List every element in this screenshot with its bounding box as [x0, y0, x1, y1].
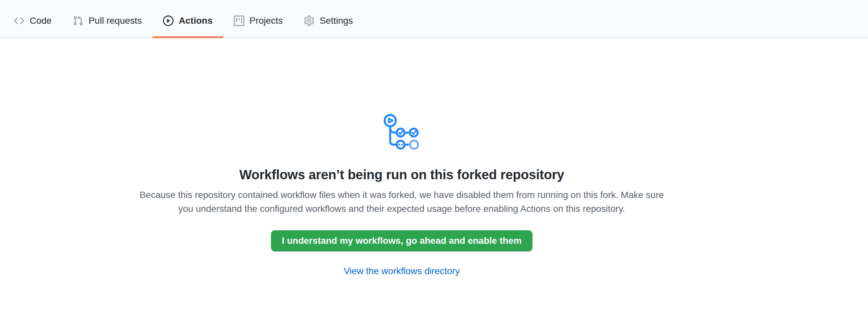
- tab-label: Pull requests: [89, 16, 142, 25]
- gear-icon: [304, 15, 314, 26]
- enable-workflows-button[interactable]: I understand my workflows, go ahead and …: [271, 230, 532, 251]
- page-title: Workflows aren’t being run on this forke…: [0, 167, 803, 182]
- tab-settings[interactable]: Settings: [293, 4, 364, 37]
- tab-label: Projects: [250, 16, 283, 25]
- git-pull-request-icon: [73, 15, 83, 26]
- tab-projects[interactable]: Projects: [223, 4, 293, 37]
- blankslate-description: Because this repository contained workfl…: [137, 188, 667, 216]
- tab-label: Code: [30, 16, 52, 25]
- tab-code[interactable]: Code: [3, 4, 62, 37]
- workflows-link-row: View the workflows directory: [0, 266, 803, 276]
- project-icon: [234, 15, 244, 26]
- enable-button-row: I understand my workflows, go ahead and …: [0, 216, 803, 251]
- repo-tab-nav: Code Pull requests Actions Projects Sett…: [0, 0, 868, 38]
- workflow-illustration-icon: [382, 111, 422, 150]
- view-workflows-directory-link[interactable]: View the workflows directory: [344, 266, 460, 276]
- play-icon: [163, 15, 174, 26]
- tab-label: Settings: [320, 16, 353, 25]
- actions-blankslate: Workflows aren’t being run on this forke…: [0, 38, 803, 276]
- tab-actions[interactable]: Actions: [152, 4, 223, 37]
- code-icon: [14, 15, 24, 26]
- tab-label: Actions: [179, 16, 213, 25]
- tab-pull-requests[interactable]: Pull requests: [62, 4, 152, 37]
